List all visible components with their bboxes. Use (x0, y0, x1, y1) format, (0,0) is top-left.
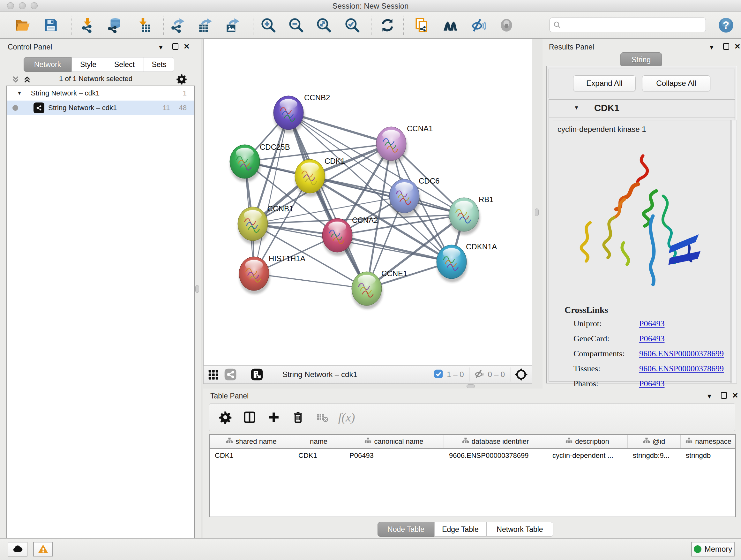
edge-CCNB2-HIST1H1A[interactable] (254, 113, 288, 273)
table-panel-close-icon[interactable]: × (732, 392, 738, 398)
add-column-icon[interactable] (266, 409, 282, 426)
export-network-icon[interactable] (169, 17, 186, 34)
table-cell[interactable]: cyclin-dependent ... (547, 449, 628, 462)
table-cell[interactable]: 9606.ENSP00000378699 (444, 449, 547, 462)
crosslink-link[interactable]: P06493 (639, 379, 664, 388)
column-header-@id[interactable]: @id (628, 435, 681, 448)
edge-HIST1H1A-CCNE1[interactable] (254, 273, 367, 289)
export-table-icon[interactable] (196, 17, 213, 34)
table-cell[interactable]: CDK1 (293, 449, 344, 462)
grid-view-icon[interactable] (205, 366, 221, 383)
crosslink-link[interactable]: 9606.ENSP00000378699 (639, 364, 724, 374)
network-tree-child-row[interactable]: String Network – cdk1 11 48 (7, 101, 194, 115)
column-header-shared-name[interactable]: shared name (210, 435, 293, 448)
table-cell[interactable]: stringdb:9... (628, 449, 681, 462)
network-tree-root-row[interactable]: ▼ String Network – cdk1 1 (7, 86, 194, 101)
clone-network-icon[interactable] (413, 17, 430, 34)
results-panel-maximize-icon[interactable] (723, 43, 729, 50)
tab-node-table[interactable]: Node Table (378, 522, 434, 537)
preview-eye-icon[interactable] (498, 17, 515, 34)
import-table-icon[interactable] (135, 17, 152, 34)
memory-button[interactable]: Memory (691, 542, 735, 557)
tree-expand-arrow-icon[interactable]: ▼ (17, 90, 22, 96)
zoom-selected-icon[interactable] (344, 17, 361, 34)
left-splitter-grip[interactable] (195, 285, 199, 293)
function-builder-icon[interactable]: f(x) (338, 409, 355, 426)
export-image-icon[interactable] (223, 17, 241, 34)
zoom-fit-icon[interactable] (315, 17, 333, 34)
import-network-database-icon[interactable] (106, 17, 123, 34)
column-header-name[interactable]: name (293, 435, 344, 448)
node-CCNB1[interactable]: CCNB1 (238, 204, 293, 244)
table-cell[interactable]: CDK1 (210, 449, 293, 462)
results-panel-close-icon[interactable]: × (735, 43, 740, 50)
node-HIST1H1A[interactable]: HIST1H1A (239, 254, 306, 294)
section-collapse-arrow-icon[interactable]: ▼ (574, 105, 579, 111)
column-header-database-identifier[interactable]: database identifier (444, 435, 547, 448)
tab-edge-table[interactable]: Edge Table (434, 522, 486, 537)
network-graph[interactable]: CCNB2CCNA1CDC25BCDK1CDC6RB1CCNB1CCNA2CDK… (204, 39, 532, 365)
expand-all-networks-icon[interactable] (22, 75, 32, 85)
table-cell[interactable]: stringdb (681, 449, 736, 462)
table-panel-float-icon[interactable]: ▼ (706, 393, 713, 399)
column-header-description[interactable]: description (547, 435, 628, 448)
tab-style[interactable]: Style (71, 57, 105, 72)
node-CCNA2[interactable]: CCNA2 (322, 216, 378, 256)
node-CCNB2[interactable]: CCNB2 (273, 93, 330, 133)
table-cell[interactable]: P06493 (344, 449, 444, 462)
find-binoculars-icon[interactable] (442, 17, 459, 34)
node-CCNA1[interactable]: CCNA1 (376, 124, 433, 164)
node-RB1[interactable]: RB1 (449, 195, 494, 235)
table-panel-maximize-icon[interactable] (721, 392, 727, 399)
import-network-file-icon[interactable] (79, 17, 96, 34)
control-panel-maximize-icon[interactable] (172, 43, 179, 50)
node-CDC25B[interactable]: CDC25B (230, 143, 290, 182)
warnings-button[interactable] (33, 542, 53, 557)
tab-select[interactable]: Select (105, 57, 144, 72)
search-input[interactable] (561, 21, 698, 29)
column-header-namespace[interactable]: namespace (681, 435, 736, 448)
network-options-gear-icon[interactable] (176, 73, 187, 86)
table-gear-icon[interactable] (217, 409, 233, 426)
zoom-out-icon[interactable] (287, 17, 305, 34)
node-CDK1[interactable]: CDK1 (295, 157, 345, 197)
right-splitter-grip[interactable] (535, 208, 539, 216)
tab-network-table[interactable]: Network Table (486, 522, 553, 537)
save-session-icon[interactable] (42, 17, 59, 34)
help-icon[interactable]: ? (718, 17, 735, 34)
results-panel-float-icon[interactable]: ▼ (709, 44, 715, 51)
refresh-icon[interactable] (379, 17, 396, 34)
results-scrollbar[interactable] (731, 120, 737, 383)
gene-section-header[interactable]: ▼ CDK1 (549, 100, 735, 118)
expand-all-button[interactable]: Expand All (573, 75, 636, 91)
bottom-splitter-grip[interactable] (467, 384, 475, 388)
node-CDKN1A[interactable]: CDKN1A (436, 242, 497, 282)
node-table[interactable]: shared namenamecanonical namedatabase id… (209, 434, 736, 517)
delete-column-trash-icon[interactable] (290, 409, 307, 426)
hide-unhide-icon[interactable] (470, 17, 487, 34)
show-columns-icon[interactable] (241, 409, 258, 426)
selected-checkbox-icon[interactable] (433, 369, 444, 380)
crosslink-link[interactable]: P06493 (639, 334, 664, 344)
search-box[interactable] (549, 17, 706, 32)
collapse-all-networks-icon[interactable] (11, 75, 20, 85)
control-panel-float-icon[interactable]: ▼ (158, 44, 164, 51)
open-in-window-icon[interactable] (249, 366, 265, 383)
column-header-canonical-name[interactable]: canonical name (344, 435, 444, 448)
birdseye-crosshair-icon[interactable] (513, 366, 529, 383)
tab-network[interactable]: Network (23, 57, 71, 72)
zoom-in-icon[interactable] (260, 17, 277, 34)
delete-table-icon[interactable] (314, 409, 331, 426)
tab-sets[interactable]: Sets (144, 57, 174, 72)
collapse-all-button[interactable]: Collapse All (642, 75, 711, 91)
open-session-icon[interactable] (14, 17, 31, 34)
network-share-view-icon[interactable] (222, 366, 239, 383)
control-panel-close-icon[interactable]: × (184, 43, 190, 50)
crosslink-link[interactable]: 9606.ENSP00000378699 (639, 349, 724, 359)
automation-cloud-button[interactable] (8, 542, 27, 557)
network-canvas[interactable]: CCNB2CCNA1CDC25BCDK1CDC6RB1CCNB1CCNA2CDK… (203, 39, 532, 365)
crosslink-link[interactable]: P06493 (639, 319, 664, 328)
table-row[interactable]: CDK1CDK1P064939606.ENSP00000378699cyclin… (210, 449, 735, 462)
tab-string[interactable]: String (620, 52, 662, 67)
node-CCNE1[interactable]: CCNE1 (352, 269, 407, 309)
